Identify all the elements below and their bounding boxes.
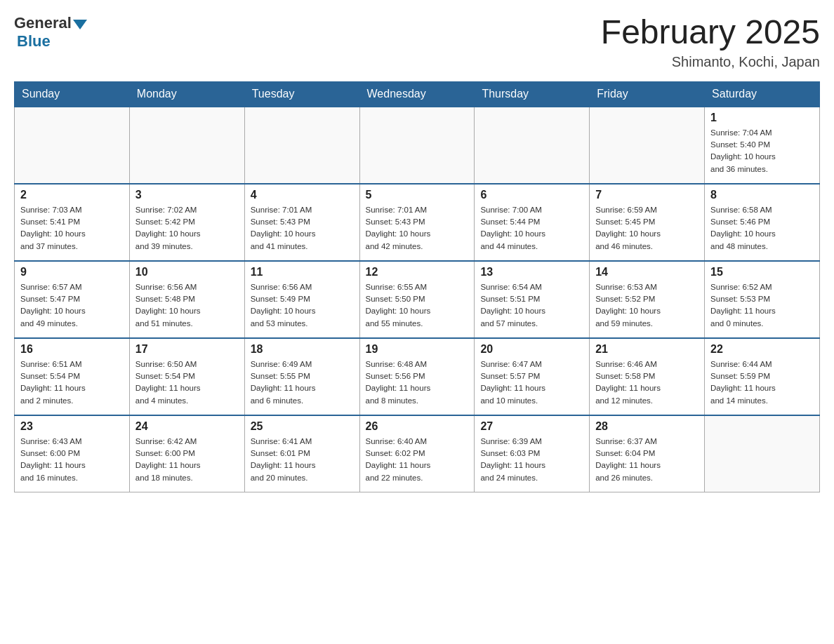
month-title: February 2025 — [601, 14, 820, 51]
calendar-cell: 21Sunrise: 6:46 AM Sunset: 5:58 PM Dayli… — [590, 338, 705, 415]
day-info: Sunrise: 6:48 AM Sunset: 5:56 PM Dayligh… — [366, 358, 469, 407]
day-number: 16 — [20, 343, 124, 356]
calendar-cell: 16Sunrise: 6:51 AM Sunset: 5:54 PM Dayli… — [15, 338, 130, 415]
day-info: Sunrise: 6:46 AM Sunset: 5:58 PM Dayligh… — [595, 358, 699, 407]
day-info: Sunrise: 6:55 AM Sunset: 5:50 PM Dayligh… — [366, 281, 469, 330]
day-info: Sunrise: 7:04 AM Sunset: 5:40 PM Dayligh… — [710, 127, 814, 175]
calendar-cell — [244, 107, 359, 184]
day-header-friday: Friday — [590, 81, 705, 107]
day-number: 21 — [595, 343, 699, 356]
calendar-cell — [359, 107, 475, 184]
calendar-cell: 6Sunrise: 7:00 AM Sunset: 5:44 PM Daylig… — [475, 184, 590, 261]
day-number: 27 — [480, 420, 583, 433]
day-info: Sunrise: 6:53 AM Sunset: 5:52 PM Dayligh… — [595, 281, 699, 330]
calendar-cell: 17Sunrise: 6:50 AM Sunset: 5:54 PM Dayli… — [129, 338, 244, 415]
day-number: 20 — [480, 343, 583, 356]
day-info: Sunrise: 6:42 AM Sunset: 6:00 PM Dayligh… — [135, 436, 239, 484]
calendar-cell: 22Sunrise: 6:44 AM Sunset: 5:59 PM Dayli… — [705, 338, 820, 415]
week-row-3: 9Sunrise: 6:57 AM Sunset: 5:47 PM Daylig… — [15, 261, 820, 338]
day-info: Sunrise: 6:44 AM Sunset: 5:59 PM Dayligh… — [710, 358, 814, 407]
day-header-thursday: Thursday — [475, 81, 590, 107]
day-number: 9 — [20, 266, 124, 279]
calendar-cell: 14Sunrise: 6:53 AM Sunset: 5:52 PM Dayli… — [590, 261, 705, 338]
day-info: Sunrise: 6:47 AM Sunset: 5:57 PM Dayligh… — [480, 358, 583, 407]
day-number: 6 — [480, 189, 583, 201]
day-number: 4 — [251, 189, 354, 201]
calendar-cell: 4Sunrise: 7:01 AM Sunset: 5:43 PM Daylig… — [244, 184, 359, 261]
day-number: 19 — [366, 343, 469, 356]
day-number: 25 — [251, 420, 354, 433]
day-info: Sunrise: 6:56 AM Sunset: 5:48 PM Dayligh… — [135, 281, 239, 330]
logo: General Blue — [14, 14, 87, 51]
day-info: Sunrise: 6:57 AM Sunset: 5:47 PM Dayligh… — [20, 281, 124, 330]
day-info: Sunrise: 6:52 AM Sunset: 5:53 PM Dayligh… — [710, 281, 814, 330]
day-number: 7 — [595, 189, 699, 201]
calendar-cell: 23Sunrise: 6:43 AM Sunset: 6:00 PM Dayli… — [15, 415, 130, 492]
day-info: Sunrise: 7:02 AM Sunset: 5:42 PM Dayligh… — [135, 204, 239, 253]
day-info: Sunrise: 6:49 AM Sunset: 5:55 PM Dayligh… — [251, 358, 354, 407]
day-info: Sunrise: 6:56 AM Sunset: 5:49 PM Dayligh… — [251, 281, 354, 330]
page-header: General Blue February 2025 Shimanto, Koc… — [14, 14, 820, 70]
day-header-saturday: Saturday — [705, 81, 820, 107]
calendar-cell: 7Sunrise: 6:59 AM Sunset: 5:45 PM Daylig… — [590, 184, 705, 261]
day-info: Sunrise: 7:01 AM Sunset: 5:43 PM Dayligh… — [366, 204, 469, 253]
day-number: 12 — [366, 266, 469, 279]
calendar-cell: 27Sunrise: 6:39 AM Sunset: 6:03 PM Dayli… — [475, 415, 590, 492]
day-header-monday: Monday — [129, 81, 244, 107]
day-number: 28 — [595, 420, 699, 433]
calendar-cell: 9Sunrise: 6:57 AM Sunset: 5:47 PM Daylig… — [15, 261, 130, 338]
day-info: Sunrise: 6:51 AM Sunset: 5:54 PM Dayligh… — [20, 358, 124, 407]
day-number: 18 — [251, 343, 354, 356]
day-number: 11 — [251, 266, 354, 279]
day-number: 13 — [480, 266, 583, 279]
day-info: Sunrise: 6:54 AM Sunset: 5:51 PM Dayligh… — [480, 281, 583, 330]
calendar-cell: 12Sunrise: 6:55 AM Sunset: 5:50 PM Dayli… — [359, 261, 475, 338]
calendar-cell: 5Sunrise: 7:01 AM Sunset: 5:43 PM Daylig… — [359, 184, 475, 261]
logo-arrow-icon — [73, 20, 87, 29]
logo-blue-text: Blue — [17, 32, 51, 51]
title-area: February 2025 Shimanto, Kochi, Japan — [601, 14, 820, 70]
day-header-wednesday: Wednesday — [359, 81, 475, 107]
week-row-1: 1Sunrise: 7:04 AM Sunset: 5:40 PM Daylig… — [15, 107, 820, 184]
calendar-cell: 18Sunrise: 6:49 AM Sunset: 5:55 PM Dayli… — [244, 338, 359, 415]
day-info: Sunrise: 7:01 AM Sunset: 5:43 PM Dayligh… — [251, 204, 354, 253]
calendar-cell — [475, 107, 590, 184]
day-info: Sunrise: 6:43 AM Sunset: 6:00 PM Dayligh… — [20, 436, 124, 484]
day-number: 15 — [710, 266, 814, 279]
week-row-2: 2Sunrise: 7:03 AM Sunset: 5:41 PM Daylig… — [15, 184, 820, 261]
week-row-5: 23Sunrise: 6:43 AM Sunset: 6:00 PM Dayli… — [15, 415, 820, 492]
day-number: 5 — [366, 189, 469, 201]
logo-general-text: General — [14, 14, 72, 32]
day-info: Sunrise: 6:58 AM Sunset: 5:46 PM Dayligh… — [710, 204, 814, 253]
day-info: Sunrise: 6:40 AM Sunset: 6:02 PM Dayligh… — [366, 436, 469, 484]
day-info: Sunrise: 6:59 AM Sunset: 5:45 PM Dayligh… — [595, 204, 699, 253]
calendar-cell: 10Sunrise: 6:56 AM Sunset: 5:48 PM Dayli… — [129, 261, 244, 338]
day-number: 17 — [135, 343, 239, 356]
calendar-table: SundayMondayTuesdayWednesdayThursdayFrid… — [14, 81, 820, 493]
calendar-cell: 11Sunrise: 6:56 AM Sunset: 5:49 PM Dayli… — [244, 261, 359, 338]
day-number: 24 — [135, 420, 239, 433]
day-info: Sunrise: 6:39 AM Sunset: 6:03 PM Dayligh… — [480, 436, 583, 484]
calendar-cell — [705, 415, 820, 492]
day-info: Sunrise: 6:37 AM Sunset: 6:04 PM Dayligh… — [595, 436, 699, 484]
calendar-cell: 13Sunrise: 6:54 AM Sunset: 5:51 PM Dayli… — [475, 261, 590, 338]
day-header-tuesday: Tuesday — [244, 81, 359, 107]
day-number: 3 — [135, 189, 239, 201]
calendar-cell: 28Sunrise: 6:37 AM Sunset: 6:04 PM Dayli… — [590, 415, 705, 492]
location: Shimanto, Kochi, Japan — [601, 54, 820, 70]
day-number: 8 — [710, 189, 814, 201]
day-number: 14 — [595, 266, 699, 279]
calendar-cell: 2Sunrise: 7:03 AM Sunset: 5:41 PM Daylig… — [15, 184, 130, 261]
calendar-cell: 15Sunrise: 6:52 AM Sunset: 5:53 PM Dayli… — [705, 261, 820, 338]
calendar-cell: 25Sunrise: 6:41 AM Sunset: 6:01 PM Dayli… — [244, 415, 359, 492]
calendar-cell: 26Sunrise: 6:40 AM Sunset: 6:02 PM Dayli… — [359, 415, 475, 492]
calendar-header-row: SundayMondayTuesdayWednesdayThursdayFrid… — [15, 81, 820, 107]
day-info: Sunrise: 6:50 AM Sunset: 5:54 PM Dayligh… — [135, 358, 239, 407]
calendar-cell — [129, 107, 244, 184]
calendar-cell — [590, 107, 705, 184]
day-info: Sunrise: 7:03 AM Sunset: 5:41 PM Dayligh… — [20, 204, 124, 253]
day-info: Sunrise: 6:41 AM Sunset: 6:01 PM Dayligh… — [251, 436, 354, 484]
day-info: Sunrise: 7:00 AM Sunset: 5:44 PM Dayligh… — [480, 204, 583, 253]
day-number: 23 — [20, 420, 124, 433]
day-number: 22 — [710, 343, 814, 356]
